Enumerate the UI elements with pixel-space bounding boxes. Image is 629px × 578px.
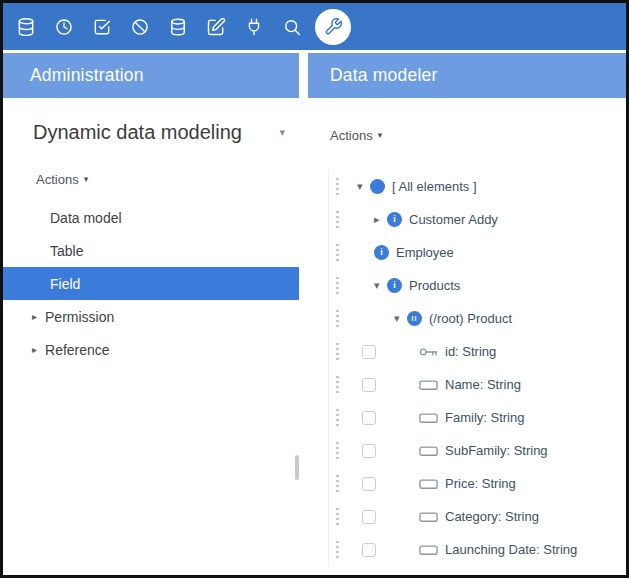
doctype-icon: i [387,278,402,293]
data-modeler-panel: Data modeler Actions ▾ ▾ [ All elements … [308,53,626,575]
drag-handle-icon[interactable] [336,376,340,394]
field-icon [419,445,438,457]
field-icon [419,412,438,424]
tree-row-employee[interactable]: i Employee [329,236,626,269]
tree-label: Customer Addy [409,212,498,227]
menu-item-label: Reference [45,342,110,358]
drag-handle-icon[interactable] [336,178,340,196]
field-icon [419,478,438,490]
field-checkbox[interactable] [362,345,376,359]
chevron-down-icon: ▾ [84,174,89,184]
tree-row-products[interactable]: ▾ i Products [329,269,626,302]
caret-expanded-icon[interactable]: ▾ [374,279,387,292]
drag-handle-icon[interactable] [336,211,340,229]
database-icon[interactable] [7,3,45,50]
admin-menu: Data model Table Field ▸ Permission ▸ Re [3,201,299,366]
tree-label: Price: String [445,476,516,491]
admin-actions-menu[interactable]: Actions ▾ [36,170,88,188]
caret-expanded-icon[interactable]: ▾ [357,180,370,193]
tree-label: id: String [445,344,496,359]
menu-item-label: Table [50,243,83,259]
all-elements-icon [370,179,385,194]
tree-label: Name: String [445,377,521,392]
tree-row-all-elements[interactable]: ▾ [ All elements ] [329,170,626,203]
modeler-actions-menu[interactable]: Actions ▾ [330,126,382,144]
admin-actions-label: Actions [36,172,79,187]
search-icon[interactable] [273,3,311,50]
caret-collapsed-icon: ▸ [32,344,37,355]
field-checkbox[interactable] [362,477,376,491]
caret-expanded-icon[interactable]: ▾ [394,312,407,325]
sidebar-item-table[interactable]: Table [3,234,299,267]
menu-item-label: Permission [45,309,114,325]
key-icon [419,346,438,358]
admin-panel: Administration Dynamic data modeling ▾ A… [3,53,299,575]
drag-handle-icon[interactable] [336,442,340,460]
tree-label: Products [409,278,460,293]
modeler-actions-label: Actions [330,128,373,143]
caret-collapsed-icon: ▸ [32,311,37,322]
chevron-down-icon: ▾ [378,130,383,140]
admin-panel-header: Administration [3,53,299,98]
drag-handle-icon[interactable] [336,244,340,262]
tree-row-field-id[interactable]: id: String [329,335,626,368]
title-dropdown-icon[interactable]: ▾ [279,126,285,139]
tree-label: [ All elements ] [392,179,477,194]
field-checkbox[interactable] [362,543,376,557]
drag-handle-icon[interactable] [336,310,340,328]
sidebar-item-permission[interactable]: ▸ Permission [3,300,299,333]
field-icon [419,379,438,391]
page-title: Dynamic data modeling [33,118,242,146]
tree-row-root-product[interactable]: ▾ II (/root) Product [329,302,626,335]
tree-label: Category: String [445,509,539,524]
field-checkbox[interactable] [362,444,376,458]
tree-label: Family: String [445,410,524,425]
sidebar-item-reference[interactable]: ▸ Reference [3,333,299,366]
drag-handle-icon[interactable] [336,475,340,493]
block-icon[interactable] [121,3,159,50]
drag-handle-icon[interactable] [336,277,340,295]
doctype-icon: i [374,245,389,260]
wrench-icon[interactable] [311,3,355,50]
sidebar-item-field[interactable]: Field [3,267,299,300]
admin-panel-content: Dynamic data modeling ▾ Actions ▾ Data m… [3,98,299,575]
edit-icon[interactable] [197,3,235,50]
sidebar-item-data-model[interactable]: Data model [3,201,299,234]
check-square-icon[interactable] [83,3,121,50]
tree-row-field-family[interactable]: Family: String [329,401,626,434]
field-checkbox[interactable] [362,510,376,524]
left-panel-scrollbar[interactable] [295,455,299,480]
app-window: Administration Dynamic data modeling ▾ A… [0,0,629,578]
data-modeler-header: Data modeler [308,53,626,98]
field-checkbox[interactable] [362,411,376,425]
tree-row-field-price[interactable]: Price: String [329,467,626,500]
doctype-icon: i [387,212,402,227]
tree-row-field-name[interactable]: Name: String [329,368,626,401]
field-icon [419,511,438,523]
panel-divider [299,53,308,575]
tree-label: (/root) Product [429,311,512,326]
clock-icon[interactable] [45,3,83,50]
tree-row-field-category[interactable]: Category: String [329,500,626,533]
active-tool-circle [315,9,351,45]
top-toolbar [3,3,626,50]
field-icon [419,544,438,556]
tree-row-field-launching-date[interactable]: Launching Date: String [329,533,626,566]
caret-collapsed-icon[interactable]: ▸ [374,213,387,226]
field-checkbox[interactable] [362,378,376,392]
element-tree: ▾ [ All elements ] ▸ i Customer Addy [328,170,626,566]
drag-handle-icon[interactable] [336,343,340,361]
tree-row-customer-addy[interactable]: ▸ i Customer Addy [329,203,626,236]
drag-handle-icon[interactable] [336,409,340,427]
menu-item-label: Field [50,276,80,292]
main-area: Administration Dynamic data modeling ▾ A… [3,53,626,575]
menu-item-label: Data model [50,210,122,226]
root-product-icon: II [407,311,422,326]
drag-handle-icon[interactable] [336,508,340,526]
data-modeler-content: Actions ▾ ▾ [ All elements ] ▸ [308,98,626,575]
drag-handle-icon[interactable] [336,541,340,559]
plug-icon[interactable] [235,3,273,50]
tree-label: Launching Date: String [445,542,577,557]
database-alt-icon[interactable] [159,3,197,50]
tree-row-field-subfamily[interactable]: SubFamily: String [329,434,626,467]
